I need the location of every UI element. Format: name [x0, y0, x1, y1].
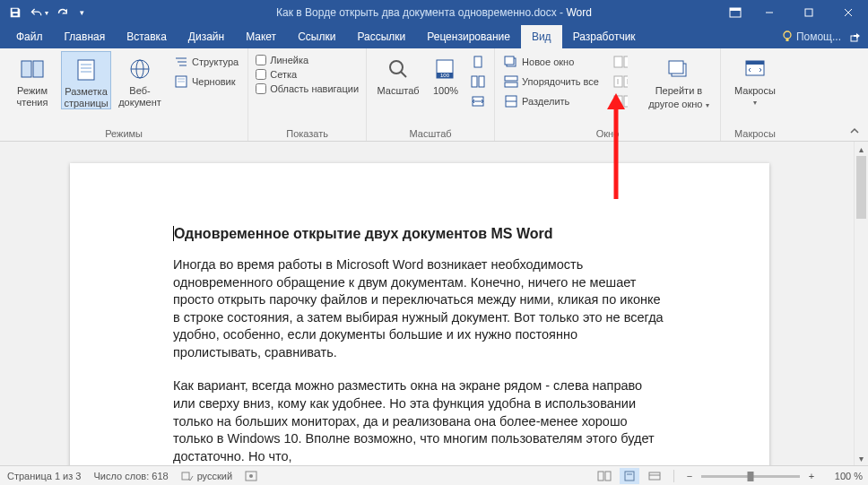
status-page[interactable]: Страница 1 из 3 — [7, 471, 81, 481]
view-side-by-side-button[interactable] — [612, 53, 629, 71]
svg-rect-29 — [474, 56, 482, 67]
arrange-all-button[interactable]: Упорядочить все — [502, 73, 601, 91]
close-button[interactable] — [829, 0, 868, 25]
svg-rect-44 — [614, 96, 622, 107]
svg-point-54 — [249, 474, 253, 478]
svg-rect-30 — [472, 76, 477, 87]
maximize-button[interactable] — [789, 0, 829, 25]
split-button[interactable]: Разделить — [502, 92, 601, 110]
draft-icon — [174, 74, 188, 89]
draft-button[interactable]: Черновик — [172, 73, 240, 91]
svg-rect-47 — [669, 61, 683, 74]
new-window-icon — [504, 55, 518, 69]
vertical-scrollbar[interactable]: ▴ ▾ — [854, 142, 868, 465]
svg-rect-11 — [78, 60, 94, 80]
scroll-down-icon[interactable]: ▾ — [855, 451, 868, 465]
svg-rect-7 — [786, 39, 788, 41]
tab-design[interactable]: Дизайн — [178, 25, 235, 48]
qat-customize-icon[interactable]: ▾ — [75, 3, 88, 22]
switch-windows-label1: Перейти в — [655, 85, 703, 97]
view-print-layout[interactable] — [620, 468, 639, 484]
share-button[interactable] — [846, 25, 864, 48]
tell-me[interactable]: Помощ... — [782, 30, 841, 43]
zoom-100-label: 100% — [433, 85, 458, 97]
navigation-pane-checkbox[interactable]: Область навигации — [256, 83, 359, 94]
zoom-100-icon: 100 — [431, 55, 460, 83]
zoom-slider[interactable] — [701, 475, 800, 478]
one-page-button[interactable] — [469, 53, 487, 71]
doc-paragraph: Иногда во время работы в Microsoft Word … — [173, 256, 666, 361]
print-layout-icon — [72, 56, 100, 84]
tab-insert[interactable]: Вставка — [116, 25, 178, 48]
magnifier-icon — [384, 55, 412, 83]
document-name: Как в Ворде открыть два документа одновр… — [276, 6, 557, 19]
collapse-ribbon-button[interactable] — [846, 125, 863, 139]
zoom-percentage[interactable]: 100 % — [823, 471, 863, 481]
zoom-button[interactable]: Масштаб — [374, 51, 422, 97]
svg-line-25 — [401, 72, 406, 77]
document-area[interactable]: Одновременное открытие двух документов M… — [0, 142, 854, 465]
outline-button[interactable]: Структура — [172, 53, 240, 71]
multiple-pages-button[interactable] — [469, 73, 487, 91]
zoom-100-button[interactable]: 100 100% — [426, 51, 465, 97]
svg-point-6 — [784, 31, 791, 39]
macros-button[interactable]: Макросы ▾ — [728, 51, 782, 107]
zoom-out-button[interactable]: − — [683, 471, 696, 481]
redo-icon[interactable] — [52, 3, 72, 22]
status-word-count[interactable]: Число слов: 618 — [93, 471, 168, 481]
print-layout-button[interactable]: Разметка страницы — [61, 51, 111, 109]
chevron-down-icon: ▾ — [706, 101, 709, 109]
save-icon[interactable] — [5, 3, 25, 22]
tab-view[interactable]: Вид — [521, 25, 562, 48]
group-show: Линейка Сетка Область навигации Показать — [248, 48, 367, 141]
view-web-layout[interactable] — [645, 468, 664, 484]
group-views-label: Режимы — [7, 128, 240, 141]
tab-references[interactable]: Ссылки — [287, 25, 346, 48]
reset-window-icon — [613, 94, 628, 108]
svg-rect-9 — [22, 61, 31, 77]
scrollbar-thumb[interactable] — [856, 156, 866, 219]
reset-window-button[interactable] — [612, 92, 629, 110]
web-layout-button[interactable]: Веб-документ — [115, 51, 165, 108]
multiple-pages-icon — [471, 74, 485, 89]
new-window-button[interactable]: Новое окно — [502, 53, 601, 71]
svg-rect-52 — [182, 472, 189, 480]
app-name: Word — [566, 6, 591, 19]
svg-rect-43 — [624, 76, 628, 87]
svg-rect-59 — [649, 472, 660, 480]
svg-rect-37 — [505, 82, 517, 87]
tab-review[interactable]: Рецензирование — [416, 25, 521, 48]
zoom-in-button[interactable]: + — [805, 471, 818, 481]
page-width-icon — [471, 94, 485, 108]
tab-layout[interactable]: Макет — [235, 25, 287, 48]
ruler-checkbox[interactable]: Линейка — [256, 55, 359, 65]
scroll-up-icon[interactable]: ▴ — [855, 142, 868, 156]
tab-mailings[interactable]: Рассылки — [346, 25, 416, 48]
view-read-mode[interactable] — [595, 468, 614, 484]
gridlines-checkbox[interactable]: Сетка — [256, 69, 359, 80]
tab-developer[interactable]: Разработчик — [562, 25, 647, 48]
status-macro-record[interactable] — [245, 471, 257, 481]
read-mode-button[interactable]: Режим чтения — [7, 51, 57, 108]
status-bar: Страница 1 из 3 Число слов: 618 русский … — [0, 465, 868, 485]
page-width-button[interactable] — [469, 92, 487, 110]
status-language[interactable]: русский — [181, 471, 232, 481]
minimize-button[interactable] — [750, 0, 789, 25]
tab-file[interactable]: Файл — [5, 25, 54, 48]
tab-home[interactable]: Главная — [54, 25, 117, 48]
title-bar: ▾ ▾ Как в Ворде открыть два документа од… — [0, 0, 868, 25]
ribbon: Режим чтения Разметка страницы Веб-докум… — [0, 48, 868, 142]
ribbon-display-options-icon[interactable] — [721, 0, 750, 25]
undo-icon[interactable]: ▾ — [29, 3, 48, 22]
svg-rect-49 — [746, 61, 764, 65]
group-zoom: Масштаб 100 100% Масштаб — [367, 48, 495, 141]
switch-windows-button[interactable]: Перейти в другое окно ▾ — [645, 51, 713, 109]
read-mode-icon — [18, 55, 47, 83]
svg-rect-35 — [505, 56, 514, 65]
web-layout-icon — [126, 55, 154, 83]
web-layout-label: Веб-документ — [115, 85, 165, 108]
document-page[interactable]: Одновременное открытие двух документов M… — [70, 163, 769, 465]
svg-rect-40 — [614, 56, 622, 67]
svg-rect-36 — [505, 76, 517, 81]
sync-scroll-button[interactable] — [612, 73, 629, 91]
